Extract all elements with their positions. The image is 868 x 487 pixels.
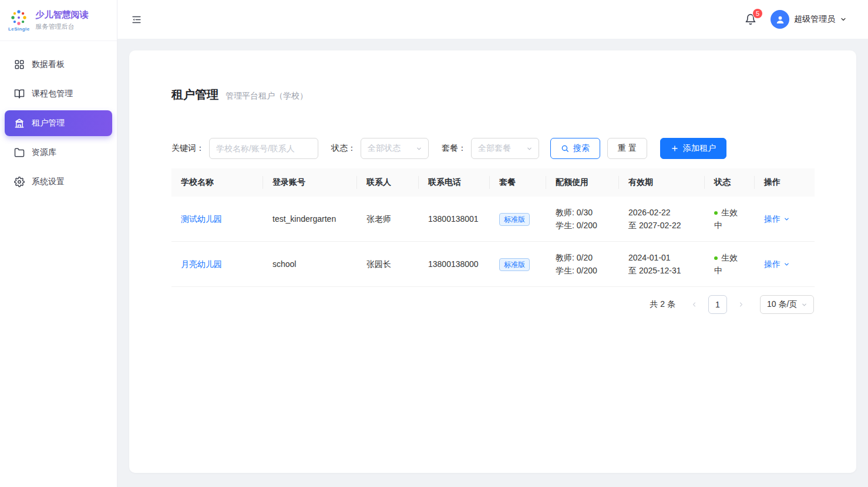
topbar: 5 超级管理员 bbox=[117, 0, 868, 39]
sidebar: LeSingle 少儿智慧阅读 服务管理后台 数据看板 课程包管理 bbox=[0, 0, 117, 487]
keyword-label: 关键词： bbox=[171, 143, 204, 154]
page-head: 租户管理 管理平台租户（学校） bbox=[171, 87, 814, 103]
status-dot bbox=[714, 211, 718, 215]
notification-badge: 5 bbox=[753, 9, 762, 18]
sidebar-item-label: 系统设置 bbox=[32, 177, 65, 187]
app-root: LeSingle 少儿智慧阅读 服务管理后台 数据看板 课程包管理 bbox=[0, 0, 868, 487]
account-cell: school bbox=[263, 242, 357, 287]
tenant-table: 学校名称 登录账号 联系人 联系电话 套餐 配额使用 有效期 状态 操作 bbox=[171, 168, 815, 287]
col-status: 状态 bbox=[705, 168, 755, 197]
status-dot bbox=[714, 256, 718, 260]
plan-tag: 标准版 bbox=[499, 213, 530, 226]
chevron-down-icon bbox=[783, 261, 790, 268]
col-validity: 有效期 bbox=[619, 168, 705, 197]
book-icon bbox=[14, 89, 25, 99]
table-header-row: 学校名称 登录账号 联系人 联系电话 套餐 配额使用 有效期 状态 操作 bbox=[171, 168, 815, 197]
chevron-down-icon bbox=[840, 16, 847, 23]
username-label: 超级管理员 bbox=[794, 14, 835, 25]
reset-button[interactable]: 重 置 bbox=[607, 138, 647, 159]
user-icon bbox=[775, 15, 785, 25]
row-actions-dropdown[interactable]: 操作 bbox=[764, 258, 790, 270]
content-area: 租户管理 管理平台租户（学校） 关键词： 状态： 全部状态 套餐： 全部套餐 bbox=[117, 39, 868, 487]
col-contact: 联系人 bbox=[357, 168, 419, 197]
gear-icon bbox=[14, 177, 25, 187]
chevron-down-icon bbox=[783, 216, 790, 222]
pagination-prev[interactable] bbox=[685, 295, 704, 314]
chevron-right-icon bbox=[738, 301, 745, 308]
school-name-link[interactable]: 测试幼儿园 bbox=[181, 214, 222, 224]
main-area: 5 超级管理员 bbox=[117, 0, 868, 487]
notification-bell[interactable]: 5 bbox=[745, 13, 756, 25]
sidebar-item-resources[interactable]: 资源库 bbox=[5, 140, 112, 165]
chevron-down-icon bbox=[416, 146, 422, 152]
page-subtitle: 管理平台租户（学校） bbox=[226, 91, 308, 102]
contact-cell: 张老师 bbox=[357, 197, 419, 242]
pagination-next[interactable] bbox=[732, 295, 751, 314]
col-actions: 操作 bbox=[755, 168, 815, 197]
quota-cell: 教师: 0/30 学生: 0/200 bbox=[546, 197, 619, 242]
app-title: 少儿智慧阅读 bbox=[36, 9, 89, 21]
building-icon bbox=[14, 118, 25, 128]
pagination-total: 共 2 条 bbox=[650, 299, 675, 310]
sidebar-item-dashboard[interactable]: 数据看板 bbox=[5, 52, 112, 77]
logo: LeSingle 少儿智慧阅读 服务管理后台 bbox=[0, 0, 117, 41]
status-label: 状态： bbox=[331, 143, 356, 154]
pagination: 共 2 条 1 10 条/页 bbox=[171, 295, 814, 314]
quota-cell: 教师: 0/20 学生: 0/200 bbox=[546, 242, 619, 287]
search-icon bbox=[561, 144, 569, 153]
page-size-select[interactable]: 10 条/页 bbox=[760, 295, 814, 314]
logo-brand: LeSingle bbox=[8, 27, 30, 32]
col-plan: 套餐 bbox=[490, 168, 546, 197]
sidebar-item-settings[interactable]: 系统设置 bbox=[5, 169, 112, 195]
search-button[interactable]: 搜索 bbox=[550, 138, 600, 159]
plus-icon bbox=[671, 144, 679, 153]
chevron-down-icon bbox=[801, 302, 808, 308]
chevron-left-icon bbox=[691, 301, 698, 308]
validity-cell: 2026-02-22 至 2027-02-22 bbox=[619, 197, 705, 242]
filter-bar: 关键词： 状态： 全部状态 套餐： 全部套餐 搜索 bbox=[171, 138, 814, 159]
avatar bbox=[771, 10, 789, 29]
col-quota: 配额使用 bbox=[546, 168, 619, 197]
col-school-name: 学校名称 bbox=[171, 168, 263, 197]
contact-cell: 张园长 bbox=[357, 242, 419, 287]
app-subtitle: 服务管理后台 bbox=[36, 22, 89, 31]
folder-icon bbox=[14, 147, 25, 158]
phone-cell: 13800138001 bbox=[419, 197, 490, 242]
sidebar-item-label: 课程包管理 bbox=[32, 89, 73, 99]
status-cell: 生效中 bbox=[705, 197, 755, 242]
plan-label: 套餐： bbox=[442, 143, 466, 154]
status-badge: 生效中 bbox=[714, 253, 738, 275]
user-menu[interactable]: 超级管理员 bbox=[771, 10, 847, 29]
row-actions-dropdown[interactable]: 操作 bbox=[764, 212, 790, 225]
phone-cell: 13800138000 bbox=[419, 242, 490, 287]
status-cell: 生效中 bbox=[705, 242, 755, 287]
col-phone: 联系电话 bbox=[419, 168, 490, 197]
sidebar-item-label: 资源库 bbox=[32, 147, 56, 158]
validity-cell: 2024-01-01 至 2025-12-31 bbox=[619, 242, 705, 287]
status-select[interactable]: 全部状态 bbox=[361, 138, 429, 159]
school-name-link[interactable]: 月亮幼儿园 bbox=[181, 259, 222, 269]
table-row: 月亮幼儿园 school 张园长 13800138000 标准版 教师: 0/2… bbox=[171, 242, 815, 287]
logo-text: 少儿智慧阅读 服务管理后台 bbox=[36, 9, 89, 31]
sidebar-item-course-packages[interactable]: 课程包管理 bbox=[5, 81, 112, 107]
dashboard-grid-icon bbox=[14, 59, 25, 70]
logo-mark: LeSingle bbox=[8, 9, 30, 32]
plan-select[interactable]: 全部套餐 bbox=[471, 138, 539, 159]
sidebar-item-label: 租户管理 bbox=[32, 118, 65, 128]
menu-fold-icon[interactable] bbox=[132, 15, 142, 25]
keyword-input[interactable] bbox=[209, 138, 318, 159]
chevron-down-icon bbox=[526, 146, 533, 152]
add-tenant-button[interactable]: 添加租户 bbox=[660, 138, 726, 159]
sidebar-item-label: 数据看板 bbox=[32, 59, 65, 70]
sidebar-item-tenants[interactable]: 租户管理 bbox=[5, 110, 112, 136]
topbar-right: 5 超级管理员 bbox=[745, 10, 847, 29]
logo-icon bbox=[10, 9, 28, 26]
account-cell: test_kindergarten bbox=[263, 197, 357, 242]
col-account: 登录账号 bbox=[263, 168, 357, 197]
pagination-page-1[interactable]: 1 bbox=[708, 295, 727, 314]
table-row: 测试幼儿园 test_kindergarten 张老师 13800138001 … bbox=[171, 197, 815, 242]
status-badge: 生效中 bbox=[714, 208, 738, 230]
tenant-card: 租户管理 管理平台租户（学校） 关键词： 状态： 全部状态 套餐： 全部套餐 bbox=[129, 50, 856, 473]
sidebar-menu: 数据看板 课程包管理 租户管理 资源库 bbox=[0, 41, 117, 205]
page-title: 租户管理 bbox=[171, 87, 218, 103]
